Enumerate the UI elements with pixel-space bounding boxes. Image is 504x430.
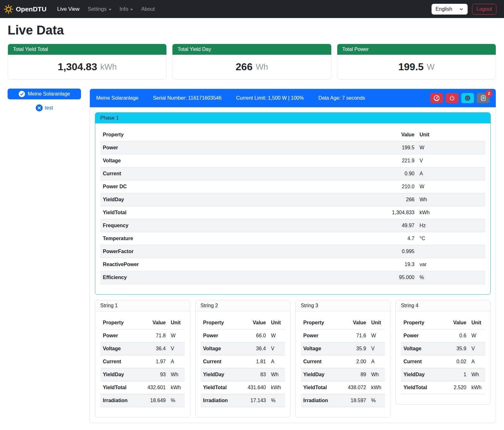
device-info-button[interactable] [461,93,474,103]
table-row: YieldDay93Wh [100,368,185,381]
table-row: Irradiation18.649% [100,394,185,407]
column-header: Property [301,316,340,329]
inverter-panel-body: Phase 1 PropertyValueUnitPower199.5WVolt… [90,107,496,423]
unit-cell: kWh [168,381,185,394]
nav-item-live-view[interactable]: Live View [55,3,82,15]
value-cell: 17.143 [240,394,269,407]
unit-cell: Wh [417,193,485,206]
card-unit: W [427,62,435,72]
property-cell: Voltage [201,342,240,355]
table-row: YieldDay89Wh [301,368,385,381]
value-cell: 66.0 [240,329,269,342]
property-cell: Voltage [401,342,440,355]
page-container: Live Data Total Yield Total 1,304.83 kWh… [0,23,504,430]
table-row: Power71.6W [301,329,385,342]
table-row: Power0.6W [401,329,485,342]
table-row: YieldDay1Wh [401,368,485,381]
inverter-limit: Current Limit: 1,500 W | 100% [236,95,304,101]
table-row: Frequency49.97Hz [100,219,485,232]
property-cell: Voltage [301,342,340,355]
table-row: YieldTotal432.601kWh [100,381,185,394]
nav-item-label: About [141,6,155,12]
inverter-select-label: Meine Solaranlage [28,91,70,97]
language-select[interactable]: English [432,4,468,15]
nav-item-about[interactable]: About [139,3,157,15]
card-total-yield-day: Total Yield Day 266 Wh [172,44,331,79]
value-cell: 431.640 [240,381,269,394]
unit-cell: °C [417,232,485,245]
table-row: Voltage35.9V [401,342,485,355]
nav-item-info[interactable]: Info [117,3,136,15]
nav-item-label: Live View [57,6,79,12]
cpu-icon [464,95,471,102]
inverter-select-label: test [45,105,53,111]
property-cell: YieldDay [201,368,240,381]
value-cell: 1.97 [139,355,168,368]
property-cell: YieldDay [401,368,440,381]
column-header: Value [373,128,417,141]
value-cell: 199.5 [373,141,417,154]
table-row: Current0.90A [100,167,485,180]
chevron-down-icon [459,7,464,11]
value-cell: 0.995 [373,245,417,258]
column-header: Value [440,316,469,329]
table-row: YieldDay266Wh [100,193,485,206]
inverter-select-button-test[interactable]: test [8,104,81,112]
nav-links: Live View Settings Info About [55,3,432,15]
string-4-table: PropertyValueUnitPower0.6WVoltage35.9VCu… [401,316,485,394]
value-cell: 438.072 [339,381,369,394]
inverter-serial: Serial Number: 116171603546 [153,95,221,101]
property-cell: Power [401,329,440,342]
check-circle-icon [19,91,25,97]
unit-cell: W [417,180,485,193]
inverter-select-button-meine-solaranlage[interactable]: Meine Solaranlage [8,89,81,99]
card-title: Total Yield Day [172,44,331,55]
inverter-name: Meine Solaranlage [96,95,138,101]
logout-button[interactable]: Logout [472,4,496,15]
unit-cell: V [417,154,485,167]
card-unit: kWh [100,62,117,72]
property-cell: Irradiation [100,394,139,407]
card-title: Total Power [337,44,496,55]
string-3-body: PropertyValueUnitPower71.6WVoltage35.9VC… [296,311,390,417]
unit-cell: kWh [469,381,485,394]
brand-label: OpenDTU [16,5,47,13]
property-cell: PowerFactor [100,245,373,258]
column-header: Property [401,316,440,329]
property-cell: Current [401,355,440,368]
table-row: Temperature4.7°C [100,232,485,245]
table-row: YieldDay83Wh [201,368,285,381]
inverter-panel: Meine Solaranlage Serial Number: 1161716… [90,89,496,423]
table-row: Current0.02A [401,355,485,368]
value-cell: 221.9 [373,154,417,167]
unit-cell: kWh [417,206,485,219]
event-log-button[interactable]: 2 [477,93,489,103]
unit-cell: kWh [369,381,385,394]
property-cell: YieldDay [100,368,139,381]
event-count-badge: 2 [485,90,493,97]
card-value: 1,304.83 [58,61,97,73]
card-value: 266 [236,61,252,73]
limit-settings-button[interactable] [430,93,443,103]
nav-item-settings[interactable]: Settings [85,3,114,15]
sun-icon [4,4,13,14]
brand[interactable]: OpenDTU [4,4,47,14]
table-row: ReactivePower19.3var [100,258,485,271]
unit-cell: Hz [417,219,485,232]
property-cell: Temperature [100,232,373,245]
value-cell: 95.000 [373,271,417,284]
property-cell: YieldDay [100,193,373,206]
card-total-yield-total: Total Yield Total 1,304.83 kWh [8,44,167,79]
property-cell: Frequency [100,219,373,232]
value-cell: 1,304.833 [373,206,417,219]
property-cell: YieldTotal [401,381,440,394]
table-row: YieldTotal431.640kWh [201,381,285,394]
strings-row: String 1 PropertyValueUnitPower71.8WVolt… [95,300,491,418]
property-cell: Irradiation [201,394,240,407]
power-button[interactable] [446,93,458,103]
table-row: Voltage36.4V [100,342,185,355]
caret-down-icon [130,9,133,10]
value-cell: 71.6 [339,329,369,342]
table-header-row: PropertyValueUnit [201,316,285,329]
table-header-row: PropertyValueUnit [100,316,185,329]
